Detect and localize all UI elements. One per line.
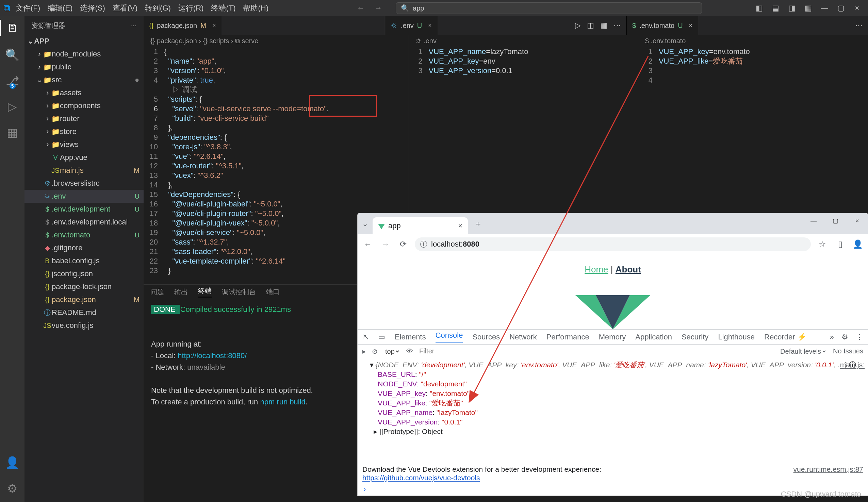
close-icon[interactable]: × xyxy=(212,22,216,29)
forward-icon[interactable]: → xyxy=(379,239,392,249)
menu-终端(T)[interactable]: 终端(T) xyxy=(211,3,236,13)
command-center[interactable]: 🔍 app xyxy=(396,2,702,14)
maximize-icon[interactable]: ▢ xyxy=(825,213,846,228)
panel-tab-端口[interactable]: 端口 xyxy=(266,287,280,296)
menu-选择(S)[interactable]: 选择(S) xyxy=(80,3,105,13)
address-bar[interactable]: i localhost:8080 xyxy=(415,237,811,251)
menu-编辑(E)[interactable]: 编辑(E) xyxy=(48,3,72,13)
file-vue.config.js[interactable]: JSvue.config.js xyxy=(24,319,144,332)
file-assets[interactable]: ›📁assets xyxy=(24,86,144,99)
run-icon[interactable]: ▷ xyxy=(575,21,581,30)
editor-tab-package.json[interactable]: {}package.jsonM× xyxy=(144,16,221,35)
more-icon[interactable]: » xyxy=(830,333,834,342)
file-store[interactable]: ›📁store xyxy=(24,125,144,138)
customize[interactable]: ▦ xyxy=(803,4,813,13)
file-components[interactable]: ›📁components xyxy=(24,99,144,112)
more-icon[interactable]: ⋯ xyxy=(855,21,862,30)
close-icon[interactable]: × xyxy=(689,22,693,29)
kebab-icon[interactable]: ⋮ xyxy=(856,333,863,342)
file-.env[interactable]: ⛭.envU xyxy=(24,190,144,203)
file-node_modules[interactable]: ›📁node_modules xyxy=(24,48,144,61)
devtools-tab-Security[interactable]: Security xyxy=(682,333,709,342)
about-link[interactable]: About xyxy=(616,264,641,274)
minimize-icon[interactable]: — xyxy=(803,213,825,228)
more-icon[interactable]: ⋯ xyxy=(613,21,621,30)
source-control-icon[interactable]: ⎇5 xyxy=(6,74,19,87)
settings-gear-icon[interactable]: ⚙ xyxy=(841,333,848,342)
levels-select[interactable]: Default levels xyxy=(779,347,827,355)
max[interactable]: ▢ xyxy=(836,4,846,13)
site-info-icon[interactable]: i xyxy=(420,241,427,248)
panel-tab-输出[interactable]: 输出 xyxy=(174,287,188,296)
settings-gear-icon[interactable]: ⚙ xyxy=(7,482,17,495)
devtools-tab-Lighthouse[interactable]: Lighthouse xyxy=(718,333,755,342)
file-src[interactable]: ⌄📁src● xyxy=(24,73,144,86)
close-icon[interactable]: × xyxy=(846,213,868,228)
devtools-tab-Application[interactable]: Application xyxy=(635,333,672,342)
close-icon[interactable]: × xyxy=(458,221,462,230)
file-.env.development.local[interactable]: $.env.development.local xyxy=(24,216,144,229)
panel-bottom[interactable]: ⬓ xyxy=(771,4,780,13)
clear-icon[interactable]: ⊘ xyxy=(372,347,378,355)
file-jsconfig.json[interactable]: {}jsconfig.json xyxy=(24,267,144,280)
browser-tab[interactable]: app × xyxy=(373,217,468,234)
profile-icon[interactable]: 👤 xyxy=(852,239,864,249)
device-icon[interactable]: ▭ xyxy=(378,333,385,342)
file-.gitignore[interactable]: ◆.gitignore xyxy=(24,241,144,254)
more-icon[interactable]: ⋯ xyxy=(130,21,137,30)
devtools-tab-Network[interactable]: Network xyxy=(509,333,537,342)
menu-转到(G)[interactable]: 转到(G) xyxy=(145,3,171,13)
menu-查看(V)[interactable]: 查看(V) xyxy=(113,3,137,13)
context-select[interactable]: top xyxy=(384,347,400,355)
close[interactable]: × xyxy=(852,4,862,13)
search-icon[interactable]: 🔍 xyxy=(5,48,19,62)
run-debug-icon[interactable]: ▷ xyxy=(8,100,17,113)
file-.env.development[interactable]: $.env.developmentU xyxy=(24,203,144,216)
devtools-tab-Memory[interactable]: Memory xyxy=(599,333,626,342)
editor-tab-.env[interactable]: ⛭.envU× xyxy=(385,16,437,35)
extensions-icon[interactable]: ▦ xyxy=(7,125,18,139)
file-.browserslistrc[interactable]: ⚙.browserslistrc xyxy=(24,177,144,190)
file-views[interactable]: ›📁views xyxy=(24,138,144,151)
nav-forward-icon[interactable]: → xyxy=(375,4,382,13)
back-icon[interactable]: ← xyxy=(362,239,374,249)
filter-input[interactable] xyxy=(419,347,773,355)
new-tab-button[interactable]: + xyxy=(471,217,485,231)
menu-帮助(H)[interactable]: 帮助(H) xyxy=(243,3,268,13)
eye-icon[interactable]: 👁 xyxy=(406,347,413,355)
devtools-tab-Console[interactable]: Console xyxy=(435,331,463,343)
devtools-link[interactable]: https://github.com/vuejs/vue-devtools xyxy=(362,474,480,482)
devtools-tab-Elements[interactable]: Elements xyxy=(395,333,426,342)
breadcrumb[interactable]: {} package.json › {} scripts › ⧉ serve xyxy=(144,35,408,47)
panel-right[interactable]: ◨ xyxy=(787,4,797,13)
menu-文件(F)[interactable]: 文件(F) xyxy=(16,3,40,13)
layout-icon[interactable]: ▦ xyxy=(600,21,607,30)
file-main.js[interactable]: JSmain.jsM xyxy=(24,164,144,177)
breadcrumb[interactable]: ⛭ .env xyxy=(408,35,638,47)
panel-tab-调试控制台[interactable]: 调试控制台 xyxy=(222,287,256,296)
menu-运行(R)[interactable]: 运行(R) xyxy=(178,3,204,13)
inspect-icon[interactable]: ⇱ xyxy=(362,333,369,342)
file-README.md[interactable]: ⓘREADME.md xyxy=(24,306,144,319)
file-.env.tomato[interactable]: $.env.tomatoU xyxy=(24,229,144,241)
devtools-tab-Performance[interactable]: Performance xyxy=(546,333,589,342)
tree-root[interactable]: ⌄ APP xyxy=(24,35,144,48)
file-package.json[interactable]: {}package.jsonM xyxy=(24,293,144,306)
file-public[interactable]: ›📁public xyxy=(24,61,144,73)
close-icon[interactable]: × xyxy=(428,22,432,29)
min[interactable]: — xyxy=(820,4,829,13)
account-icon[interactable]: 👤 xyxy=(5,456,19,469)
editor-tab-.env.tomato[interactable]: $.env.tomatoU× xyxy=(627,16,698,35)
console-output[interactable]: main.js: ▾ {NODE_ENV: 'development', VUE… xyxy=(358,358,868,463)
source-link[interactable]: vue.runtime.esm.js:87 xyxy=(794,465,863,473)
files-icon[interactable]: 🗎 xyxy=(0,20,24,36)
home-link[interactable]: Home xyxy=(585,264,608,274)
file-router[interactable]: ›📁router xyxy=(24,112,144,125)
devtools-tab-Sources[interactable]: Sources xyxy=(472,333,500,342)
panel-icon[interactable]: ▯ xyxy=(834,239,846,249)
file-App.vue[interactable]: VApp.vue xyxy=(24,151,144,164)
panel-left[interactable]: ◧ xyxy=(754,4,764,13)
breadcrumb[interactable]: $ .env.tomato xyxy=(638,35,868,47)
nav-back-icon[interactable]: ← xyxy=(357,4,364,13)
panel-tab-问题[interactable]: 问题 xyxy=(151,287,164,296)
